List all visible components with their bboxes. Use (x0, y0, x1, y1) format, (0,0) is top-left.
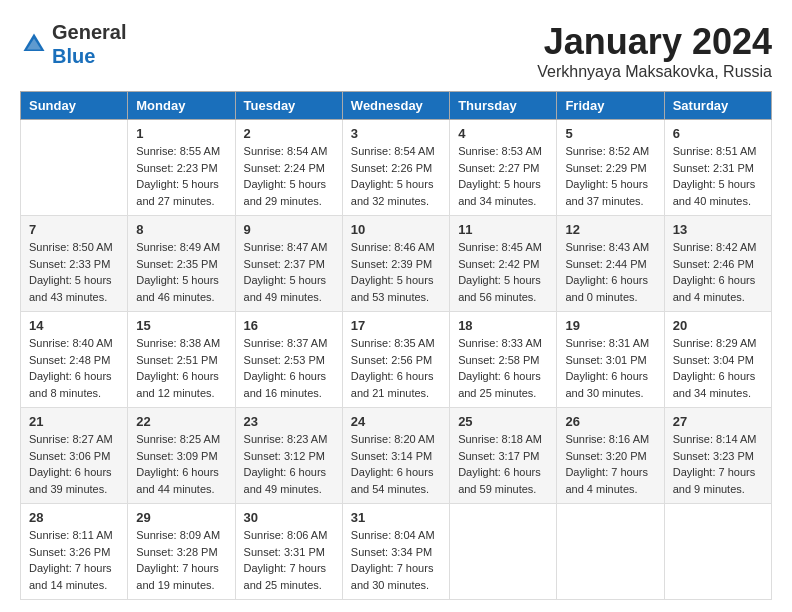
day-info: Sunrise: 8:46 AMSunset: 2:39 PMDaylight:… (351, 239, 441, 305)
calendar-cell: 28Sunrise: 8:11 AMSunset: 3:26 PMDayligh… (21, 504, 128, 600)
day-info: Sunrise: 8:52 AMSunset: 2:29 PMDaylight:… (565, 143, 655, 209)
day-info: Sunrise: 8:37 AMSunset: 2:53 PMDaylight:… (244, 335, 334, 401)
day-number: 28 (29, 510, 119, 525)
day-number: 22 (136, 414, 226, 429)
day-number: 25 (458, 414, 548, 429)
weekday-header-saturday: Saturday (664, 92, 771, 120)
location-title: Verkhnyaya Maksakovka, Russia (537, 63, 772, 81)
week-row-3: 14Sunrise: 8:40 AMSunset: 2:48 PMDayligh… (21, 312, 772, 408)
calendar-cell: 20Sunrise: 8:29 AMSunset: 3:04 PMDayligh… (664, 312, 771, 408)
day-number: 18 (458, 318, 548, 333)
day-number: 27 (673, 414, 763, 429)
day-info: Sunrise: 8:54 AMSunset: 2:26 PMDaylight:… (351, 143, 441, 209)
calendar-cell: 17Sunrise: 8:35 AMSunset: 2:56 PMDayligh… (342, 312, 449, 408)
calendar-cell: 7Sunrise: 8:50 AMSunset: 2:33 PMDaylight… (21, 216, 128, 312)
day-number: 10 (351, 222, 441, 237)
day-number: 15 (136, 318, 226, 333)
calendar-cell: 5Sunrise: 8:52 AMSunset: 2:29 PMDaylight… (557, 120, 664, 216)
calendar-cell: 21Sunrise: 8:27 AMSunset: 3:06 PMDayligh… (21, 408, 128, 504)
calendar-cell: 4Sunrise: 8:53 AMSunset: 2:27 PMDaylight… (450, 120, 557, 216)
weekday-header-thursday: Thursday (450, 92, 557, 120)
day-info: Sunrise: 8:18 AMSunset: 3:17 PMDaylight:… (458, 431, 548, 497)
day-info: Sunrise: 8:38 AMSunset: 2:51 PMDaylight:… (136, 335, 226, 401)
calendar-cell: 26Sunrise: 8:16 AMSunset: 3:20 PMDayligh… (557, 408, 664, 504)
calendar-cell: 31Sunrise: 8:04 AMSunset: 3:34 PMDayligh… (342, 504, 449, 600)
day-info: Sunrise: 8:43 AMSunset: 2:44 PMDaylight:… (565, 239, 655, 305)
calendar-cell (664, 504, 771, 600)
calendar-cell: 9Sunrise: 8:47 AMSunset: 2:37 PMDaylight… (235, 216, 342, 312)
day-number: 21 (29, 414, 119, 429)
week-row-2: 7Sunrise: 8:50 AMSunset: 2:33 PMDaylight… (21, 216, 772, 312)
day-number: 31 (351, 510, 441, 525)
day-info: Sunrise: 8:47 AMSunset: 2:37 PMDaylight:… (244, 239, 334, 305)
day-info: Sunrise: 8:49 AMSunset: 2:35 PMDaylight:… (136, 239, 226, 305)
week-row-1: 1Sunrise: 8:55 AMSunset: 2:23 PMDaylight… (21, 120, 772, 216)
day-info: Sunrise: 8:35 AMSunset: 2:56 PMDaylight:… (351, 335, 441, 401)
calendar-cell: 12Sunrise: 8:43 AMSunset: 2:44 PMDayligh… (557, 216, 664, 312)
day-number: 29 (136, 510, 226, 525)
day-info: Sunrise: 8:42 AMSunset: 2:46 PMDaylight:… (673, 239, 763, 305)
logo-general-text: General (52, 21, 126, 43)
calendar-cell: 23Sunrise: 8:23 AMSunset: 3:12 PMDayligh… (235, 408, 342, 504)
day-info: Sunrise: 8:40 AMSunset: 2:48 PMDaylight:… (29, 335, 119, 401)
day-info: Sunrise: 8:11 AMSunset: 3:26 PMDaylight:… (29, 527, 119, 593)
week-row-5: 28Sunrise: 8:11 AMSunset: 3:26 PMDayligh… (21, 504, 772, 600)
day-number: 7 (29, 222, 119, 237)
day-number: 16 (244, 318, 334, 333)
day-info: Sunrise: 8:55 AMSunset: 2:23 PMDaylight:… (136, 143, 226, 209)
day-info: Sunrise: 8:04 AMSunset: 3:34 PMDaylight:… (351, 527, 441, 593)
day-number: 14 (29, 318, 119, 333)
weekday-header-sunday: Sunday (21, 92, 128, 120)
weekday-header-row: SundayMondayTuesdayWednesdayThursdayFrid… (21, 92, 772, 120)
day-number: 1 (136, 126, 226, 141)
day-info: Sunrise: 8:16 AMSunset: 3:20 PMDaylight:… (565, 431, 655, 497)
weekday-header-monday: Monday (128, 92, 235, 120)
calendar-cell: 14Sunrise: 8:40 AMSunset: 2:48 PMDayligh… (21, 312, 128, 408)
day-number: 13 (673, 222, 763, 237)
calendar-cell: 29Sunrise: 8:09 AMSunset: 3:28 PMDayligh… (128, 504, 235, 600)
day-number: 8 (136, 222, 226, 237)
calendar-cell: 30Sunrise: 8:06 AMSunset: 3:31 PMDayligh… (235, 504, 342, 600)
weekday-header-tuesday: Tuesday (235, 92, 342, 120)
logo-blue-text: Blue (52, 45, 95, 67)
calendar-cell: 15Sunrise: 8:38 AMSunset: 2:51 PMDayligh… (128, 312, 235, 408)
day-info: Sunrise: 8:06 AMSunset: 3:31 PMDaylight:… (244, 527, 334, 593)
calendar-cell: 25Sunrise: 8:18 AMSunset: 3:17 PMDayligh… (450, 408, 557, 504)
day-info: Sunrise: 8:20 AMSunset: 3:14 PMDaylight:… (351, 431, 441, 497)
calendar-cell: 27Sunrise: 8:14 AMSunset: 3:23 PMDayligh… (664, 408, 771, 504)
weekday-header-friday: Friday (557, 92, 664, 120)
title-area: January 2024 Verkhnyaya Maksakovka, Russ… (537, 20, 772, 81)
day-number: 17 (351, 318, 441, 333)
day-info: Sunrise: 8:29 AMSunset: 3:04 PMDaylight:… (673, 335, 763, 401)
calendar-cell: 1Sunrise: 8:55 AMSunset: 2:23 PMDaylight… (128, 120, 235, 216)
day-number: 26 (565, 414, 655, 429)
day-info: Sunrise: 8:25 AMSunset: 3:09 PMDaylight:… (136, 431, 226, 497)
logo: General Blue (20, 20, 126, 68)
calendar-cell (450, 504, 557, 600)
calendar-cell: 3Sunrise: 8:54 AMSunset: 2:26 PMDaylight… (342, 120, 449, 216)
day-number: 24 (351, 414, 441, 429)
calendar-cell: 22Sunrise: 8:25 AMSunset: 3:09 PMDayligh… (128, 408, 235, 504)
day-number: 3 (351, 126, 441, 141)
day-info: Sunrise: 8:50 AMSunset: 2:33 PMDaylight:… (29, 239, 119, 305)
calendar-cell: 19Sunrise: 8:31 AMSunset: 3:01 PMDayligh… (557, 312, 664, 408)
calendar-cell: 16Sunrise: 8:37 AMSunset: 2:53 PMDayligh… (235, 312, 342, 408)
calendar-cell (557, 504, 664, 600)
month-title: January 2024 (537, 20, 772, 63)
logo-icon (20, 30, 48, 58)
day-number: 12 (565, 222, 655, 237)
weekday-header-wednesday: Wednesday (342, 92, 449, 120)
day-number: 4 (458, 126, 548, 141)
calendar-cell (21, 120, 128, 216)
day-info: Sunrise: 8:51 AMSunset: 2:31 PMDaylight:… (673, 143, 763, 209)
week-row-4: 21Sunrise: 8:27 AMSunset: 3:06 PMDayligh… (21, 408, 772, 504)
day-info: Sunrise: 8:27 AMSunset: 3:06 PMDaylight:… (29, 431, 119, 497)
calendar-cell: 6Sunrise: 8:51 AMSunset: 2:31 PMDaylight… (664, 120, 771, 216)
day-info: Sunrise: 8:14 AMSunset: 3:23 PMDaylight:… (673, 431, 763, 497)
header: General Blue January 2024 Verkhnyaya Mak… (20, 20, 772, 81)
calendar-cell: 2Sunrise: 8:54 AMSunset: 2:24 PMDaylight… (235, 120, 342, 216)
day-number: 9 (244, 222, 334, 237)
day-number: 20 (673, 318, 763, 333)
day-info: Sunrise: 8:54 AMSunset: 2:24 PMDaylight:… (244, 143, 334, 209)
calendar-cell: 8Sunrise: 8:49 AMSunset: 2:35 PMDaylight… (128, 216, 235, 312)
